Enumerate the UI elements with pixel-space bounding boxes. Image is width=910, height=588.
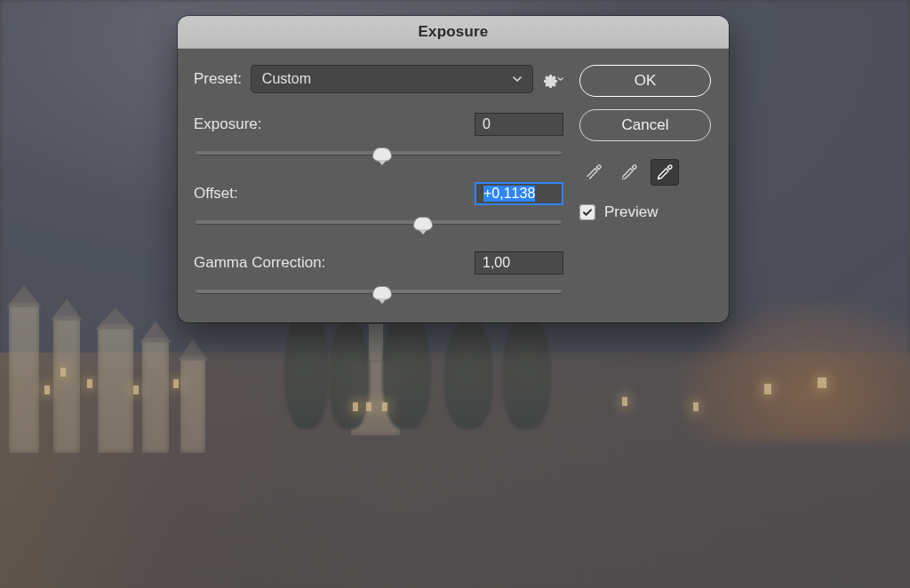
ok-button[interactable]: OK xyxy=(579,65,711,97)
preset-settings-button[interactable] xyxy=(542,68,563,90)
exposure-slider-thumb[interactable] xyxy=(372,147,392,162)
preset-value: Custom xyxy=(262,71,311,87)
preview-row: Preview xyxy=(579,203,711,221)
preset-label: Preset: xyxy=(194,70,242,88)
eyedropper-white-button[interactable] xyxy=(651,159,679,186)
preset-row: Preset: Custom xyxy=(194,65,563,93)
svg-point-1 xyxy=(622,178,624,179)
offset-input[interactable] xyxy=(475,182,563,205)
exposure-dialog: Exposure Preset: Custom xyxy=(178,16,729,322)
offset-param: Offset: xyxy=(194,182,563,232)
offset-slider[interactable] xyxy=(194,214,563,232)
ok-button-label: OK xyxy=(635,72,657,90)
chevron-down-icon xyxy=(511,73,523,85)
cancel-button[interactable]: Cancel xyxy=(579,109,711,141)
preview-checkbox[interactable] xyxy=(579,204,595,220)
preset-select[interactable]: Custom xyxy=(251,65,533,93)
eyedropper-black-button[interactable] xyxy=(579,159,608,186)
offset-label: Offset: xyxy=(194,185,238,203)
gamma-input[interactable] xyxy=(475,251,563,274)
eyedropper-gray-button[interactable] xyxy=(615,159,643,186)
exposure-input[interactable] xyxy=(475,113,563,136)
exposure-param: Exposure: xyxy=(194,113,563,163)
cancel-button-label: Cancel xyxy=(622,116,669,134)
svg-point-2 xyxy=(658,178,659,179)
offset-slider-thumb[interactable] xyxy=(413,217,433,231)
dialog-title-text: Exposure xyxy=(418,23,488,41)
exposure-label: Exposure: xyxy=(194,115,262,133)
gamma-label: Gamma Correction: xyxy=(194,254,325,272)
eyedropper-group xyxy=(579,159,711,186)
gamma-slider[interactable] xyxy=(194,283,563,301)
gamma-slider-thumb[interactable] xyxy=(372,286,392,300)
dialog-title: Exposure xyxy=(178,16,729,49)
exposure-slider[interactable] xyxy=(194,145,563,163)
preview-label: Preview xyxy=(604,203,658,221)
svg-point-0 xyxy=(587,178,588,179)
gamma-param: Gamma Correction: xyxy=(194,251,563,301)
